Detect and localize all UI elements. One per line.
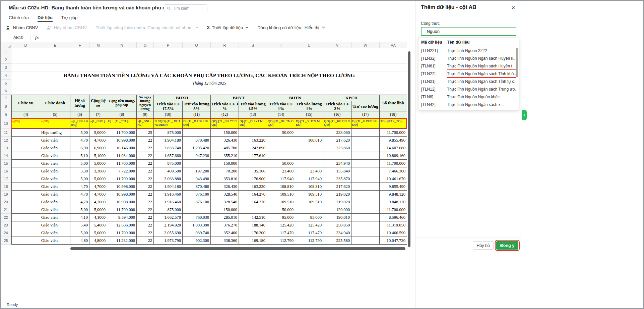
cell-T23[interactable]: 125.420: [267, 221, 295, 229]
cell-P23[interactable]: 2.194.920: [154, 221, 183, 229]
cell-N21[interactable]: 11.700.000: [107, 206, 137, 214]
cell-AA22[interactable]: 8.596.460: [380, 214, 407, 221]
cancel-button[interactable]: Hủy bỏ: [473, 241, 494, 250]
cell-R20[interactable]: 328.540: [211, 198, 239, 206]
cell-M24[interactable]: 5,0000: [89, 229, 107, 237]
cell-O24[interactable]: 22: [137, 229, 154, 237]
row-header-18[interactable]: 18: [1, 183, 11, 191]
table-sub-header[interactable]: Trừ vào lương 1%: [295, 101, 323, 111]
cell-P25[interactable]: 1.973.790: [154, 237, 183, 245]
cell-V18[interactable]: 217.620: [323, 183, 351, 191]
cell-AA10[interactable]: TC]- [KTX_TC]-: [380, 118, 407, 129]
cell-T11[interactable]: 50.000: [267, 129, 295, 137]
data-field-option[interactable]: [TLN12]Thực lĩnh Nguồn Ngân sách Trung ư…: [418, 85, 519, 93]
cell-F19[interactable]: 4,70: [70, 191, 89, 198]
cell-V10[interactable]: QĐ]-[TL_KP CĐ.CQĐ]-: [323, 118, 351, 129]
cell-AA20[interactable]: 9.848.120: [380, 198, 407, 206]
cell-T10[interactable]: QĐ]-[TL_BH TN.CQĐ]-: [267, 118, 295, 129]
cell-E24[interactable]: Giáo viên: [40, 229, 70, 237]
cell-U24[interactable]: 117.470: [295, 229, 323, 237]
col-header-F[interactable]: F: [70, 42, 89, 48]
cell-V19[interactable]: 219.020: [323, 191, 351, 198]
cell-R10[interactable]: QĐ]-[TL_BH YT.CQĐ]-: [211, 118, 239, 129]
cell-Q20[interactable]: 876.100: [183, 198, 211, 206]
cell-S11[interactable]: [239, 129, 267, 137]
cell-S18[interactable]: 163.220: [239, 183, 267, 191]
cell-M10[interactable]: =[L_CHS ]: [89, 118, 107, 129]
cell-AA19[interactable]: 9.848.120: [380, 191, 407, 198]
cell-P24[interactable]: 2.055.690: [154, 229, 183, 237]
cell-N15[interactable]: 11.700.000: [107, 160, 137, 167]
cell-W18[interactable]: [351, 183, 380, 191]
cell-R16[interactable]: 70.200: [211, 167, 239, 175]
cell-T18[interactable]: 108.810: [267, 183, 295, 191]
col-header-W[interactable]: W: [351, 42, 380, 48]
data-field-option[interactable]: [TLN32]Thực lĩnh Nguồn Ngân sách Huyện k…: [418, 54, 519, 62]
setup-data-dropdown[interactable]: Σ Thiết lập dữ liệu: [207, 25, 249, 30]
row-header-8[interactable]: 8: [1, 101, 11, 111]
cell-U16[interactable]: 23.400: [295, 167, 323, 175]
cell-Q15[interactable]: [183, 160, 211, 167]
cell-D21[interactable]: [11, 206, 40, 214]
cell-O13[interactable]: 22: [137, 144, 154, 152]
cell-M12[interactable]: 4,7000: [89, 137, 107, 144]
cell-O17[interactable]: 22: [137, 175, 154, 183]
cell-D17[interactable]: [11, 175, 40, 183]
cell-D14[interactable]: [11, 152, 40, 160]
table-header[interactable]: Số thực lĩnh: [380, 95, 407, 111]
row-header-3[interactable]: 3: [1, 64, 11, 71]
cell-F12[interactable]: 4,70: [70, 137, 89, 144]
cell-R15[interactable]: 150.000: [211, 160, 239, 167]
ungroup-cbnv-button[interactable]: Hủy nhóm CBNV: [47, 25, 87, 30]
cell-F14[interactable]: 5,10: [70, 152, 89, 160]
table-header[interactable]: Số ngày hưởng nguyên lương: [137, 95, 154, 111]
cell-V20[interactable]: 219.020: [323, 198, 351, 206]
row-header-19[interactable]: 19: [1, 191, 11, 198]
cell-P22[interactable]: 1.662.570: [154, 214, 183, 221]
cell-R19[interactable]: 328.540: [211, 191, 239, 198]
menu-du-lieu[interactable]: Dữ liệu: [38, 14, 53, 22]
data-field-option[interactable]: [TLN22]Thực lĩnh Nguồn Ngân sách Tỉnh kh…: [418, 70, 519, 78]
col-header-R[interactable]: R: [211, 42, 239, 48]
cell-U20[interactable]: 109.510: [295, 198, 323, 206]
table-group-header[interactable]: BHXH: [154, 95, 211, 101]
cell-P18[interactable]: 1.904.180: [154, 183, 183, 191]
cell-E23[interactable]: Giáo viên: [40, 221, 70, 229]
cell-M21[interactable]: 5,0000: [89, 206, 107, 214]
cell-N10[interactable]: C] + [TL_TTL]-: [107, 118, 137, 129]
cell-AA11[interactable]: 11.700.000: [380, 129, 407, 137]
cell-F20[interactable]: 4,70: [70, 198, 89, 206]
cell-E17[interactable]: Giáo viên: [40, 175, 70, 183]
data-field-option[interactable]: [TLN21]Thực lĩnh Nguồn Ngân sách Tỉnh tự…: [418, 78, 519, 85]
dropdown-scrollbar[interactable]: [516, 48, 518, 77]
row-header-25[interactable]: 25: [1, 237, 11, 245]
cell-M15[interactable]: 5,0000: [89, 160, 107, 167]
cell-AA16[interactable]: 7.466.300: [380, 167, 407, 175]
cell-W10[interactable]: Đ]-[TL_K PCĐ.NLĐĐ]-: [351, 118, 380, 129]
cell-R11[interactable]: 150.000: [211, 129, 239, 137]
table-sub-header[interactable]: Trừ vào lương: [351, 101, 380, 111]
cell-M11[interactable]: 5,0000: [89, 129, 107, 137]
cell-M20[interactable]: 4,7000: [89, 198, 107, 206]
cell-S16[interactable]: 35.100: [239, 167, 267, 175]
col-header-D[interactable]: D: [11, 42, 40, 48]
cell-AA12[interactable]: 9.855.490: [380, 137, 407, 144]
close-icon[interactable]: ×: [510, 4, 517, 11]
cell-P17[interactable]: 2.063.880: [154, 175, 183, 183]
cell-T14[interactable]: [267, 152, 295, 160]
cell-W17[interactable]: [351, 175, 380, 183]
data-field-option[interactable]: [TLN42]Thực lĩnh Nguồn Ngân sách x...: [418, 101, 519, 108]
cell-V25[interactable]: 225.580: [323, 237, 351, 245]
cell-S13[interactable]: 242.890: [239, 144, 267, 152]
row-header-6[interactable]: 6: [1, 87, 11, 95]
col-header-V[interactable]: V: [323, 42, 351, 48]
cell-Q21[interactable]: [183, 206, 211, 214]
cell-E22[interactable]: Giáo viên: [40, 214, 70, 221]
cell-P21[interactable]: 875.000: [154, 206, 183, 214]
row-header-4[interactable]: 4: [1, 71, 11, 80]
cell-P13[interactable]: 2.833.740: [154, 144, 183, 152]
cell-S24[interactable]: 176.200: [239, 229, 267, 237]
row-header-1[interactable]: 1: [1, 48, 11, 56]
row-header-9[interactable]: 9: [1, 111, 11, 118]
table-header[interactable]: Chức vụ: [11, 95, 40, 111]
